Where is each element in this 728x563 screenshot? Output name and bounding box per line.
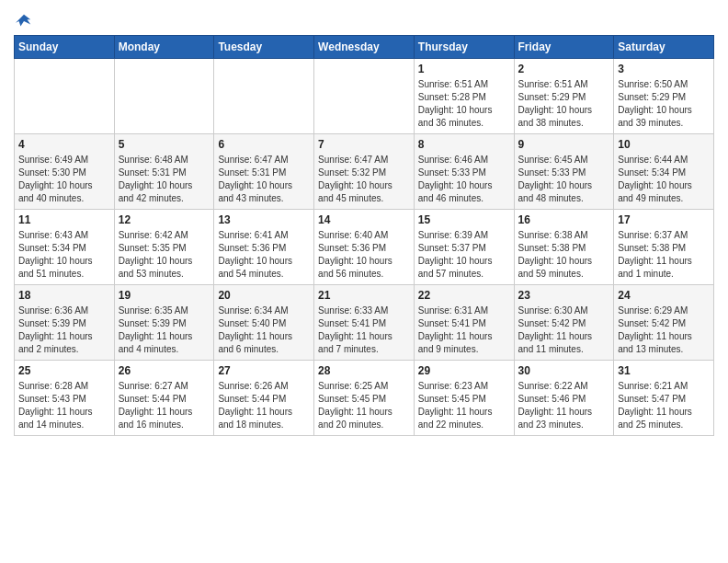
calendar-day-cell: 5Sunrise: 6:48 AMSunset: 5:31 PMDaylight… (114, 134, 214, 210)
calendar-day-cell: 6Sunrise: 6:47 AMSunset: 5:31 PMDaylight… (214, 134, 314, 210)
day-info: Sunrise: 6:21 AMSunset: 5:47 PMDaylight:… (618, 380, 710, 431)
day-info: Sunrise: 6:49 AMSunset: 5:30 PMDaylight:… (18, 154, 110, 205)
day-info: Sunrise: 6:29 AMSunset: 5:42 PMDaylight:… (618, 304, 710, 356)
day-number: 13 (218, 213, 310, 227)
calendar-day-cell: 18Sunrise: 6:36 AMSunset: 5:39 PMDayligh… (15, 285, 115, 361)
day-info: Sunrise: 6:51 AMSunset: 5:29 PMDaylight:… (518, 78, 610, 130)
calendar-day-cell: 17Sunrise: 6:37 AMSunset: 5:38 PMDayligh… (614, 210, 714, 285)
day-number: 27 (218, 363, 310, 378)
calendar-week-row: 18Sunrise: 6:36 AMSunset: 5:39 PMDayligh… (15, 285, 714, 361)
calendar-day-cell: 15Sunrise: 6:39 AMSunset: 5:37 PMDayligh… (414, 210, 514, 285)
calendar-week-row: 1Sunrise: 6:51 AMSunset: 5:28 PMDaylight… (15, 59, 714, 134)
day-info: Sunrise: 6:23 AMSunset: 5:45 PMDaylight:… (418, 380, 510, 431)
day-info: Sunrise: 6:27 AMSunset: 5:44 PMDaylight:… (119, 380, 210, 431)
calendar-day-cell: 20Sunrise: 6:34 AMSunset: 5:40 PMDayligh… (214, 285, 314, 361)
calendar-week-row: 25Sunrise: 6:28 AMSunset: 5:43 PMDayligh… (15, 361, 714, 436)
calendar-day-cell: 9Sunrise: 6:45 AMSunset: 5:33 PMDaylight… (514, 134, 614, 210)
calendar-day-cell: 11Sunrise: 6:43 AMSunset: 5:34 PMDayligh… (15, 210, 115, 285)
day-info: Sunrise: 6:46 AMSunset: 5:33 PMDaylight:… (418, 154, 510, 205)
day-info: Sunrise: 6:34 AMSunset: 5:40 PMDaylight:… (218, 304, 310, 356)
day-number: 9 (518, 137, 610, 152)
day-number: 21 (318, 288, 410, 303)
day-number: 29 (418, 363, 510, 378)
day-number: 19 (119, 288, 210, 303)
calendar-day-cell: 19Sunrise: 6:35 AMSunset: 5:39 PMDayligh… (114, 285, 214, 361)
calendar-day-cell: 1Sunrise: 6:51 AMSunset: 5:28 PMDaylight… (414, 59, 514, 134)
calendar-day-cell: 23Sunrise: 6:30 AMSunset: 5:42 PMDayligh… (514, 285, 614, 361)
calendar-day-cell: 31Sunrise: 6:21 AMSunset: 5:47 PMDayligh… (614, 361, 714, 436)
day-info: Sunrise: 6:30 AMSunset: 5:42 PMDaylight:… (518, 304, 610, 356)
logo (14, 13, 32, 29)
day-number: 7 (318, 137, 410, 152)
day-info: Sunrise: 6:22 AMSunset: 5:46 PMDaylight:… (518, 380, 610, 431)
day-info: Sunrise: 6:31 AMSunset: 5:41 PMDaylight:… (418, 304, 510, 356)
svg-marker-0 (16, 15, 30, 27)
day-number: 17 (618, 213, 710, 227)
day-info: Sunrise: 6:47 AMSunset: 5:31 PMDaylight:… (218, 154, 310, 205)
day-number: 15 (418, 213, 510, 227)
day-number: 3 (618, 62, 710, 76)
calendar-table: SundayMondayTuesdayWednesdayThursdayFrid… (14, 35, 714, 436)
day-info: Sunrise: 6:37 AMSunset: 5:38 PMDaylight:… (618, 229, 710, 281)
day-number: 12 (119, 213, 210, 227)
calendar-day-cell (114, 59, 214, 134)
day-info: Sunrise: 6:28 AMSunset: 5:43 PMDaylight:… (18, 380, 110, 431)
logo-bird-icon (16, 13, 32, 29)
calendar-day-cell: 28Sunrise: 6:25 AMSunset: 5:45 PMDayligh… (314, 361, 415, 436)
calendar-week-row: 4Sunrise: 6:49 AMSunset: 5:30 PMDaylight… (15, 134, 714, 210)
day-number: 22 (418, 288, 510, 303)
calendar-header-cell: Friday (514, 36, 614, 59)
day-info: Sunrise: 6:40 AMSunset: 5:36 PMDaylight:… (318, 229, 410, 281)
day-info: Sunrise: 6:41 AMSunset: 5:36 PMDaylight:… (218, 229, 310, 281)
calendar-day-cell: 2Sunrise: 6:51 AMSunset: 5:29 PMDaylight… (514, 59, 614, 134)
calendar-header-row: SundayMondayTuesdayWednesdayThursdayFrid… (15, 36, 714, 59)
calendar-header-cell: Thursday (414, 36, 514, 59)
day-info: Sunrise: 6:26 AMSunset: 5:44 PMDaylight:… (218, 380, 310, 431)
calendar-day-cell: 14Sunrise: 6:40 AMSunset: 5:36 PMDayligh… (314, 210, 415, 285)
day-number: 8 (418, 137, 510, 152)
calendar-day-cell: 22Sunrise: 6:31 AMSunset: 5:41 PMDayligh… (414, 285, 514, 361)
day-info: Sunrise: 6:35 AMSunset: 5:39 PMDaylight:… (119, 304, 210, 356)
day-info: Sunrise: 6:25 AMSunset: 5:45 PMDaylight:… (318, 380, 410, 431)
day-info: Sunrise: 6:50 AMSunset: 5:29 PMDaylight:… (618, 78, 710, 130)
calendar-day-cell: 8Sunrise: 6:46 AMSunset: 5:33 PMDaylight… (414, 134, 514, 210)
calendar-day-cell: 3Sunrise: 6:50 AMSunset: 5:29 PMDaylight… (614, 59, 714, 134)
calendar-header-cell: Monday (114, 36, 214, 59)
day-number: 24 (618, 288, 710, 303)
day-info: Sunrise: 6:39 AMSunset: 5:37 PMDaylight:… (418, 229, 510, 281)
day-number: 23 (518, 288, 610, 303)
day-number: 25 (18, 363, 110, 378)
day-info: Sunrise: 6:36 AMSunset: 5:39 PMDaylight:… (18, 304, 110, 356)
calendar-day-cell: 21Sunrise: 6:33 AMSunset: 5:41 PMDayligh… (314, 285, 415, 361)
calendar-day-cell: 10Sunrise: 6:44 AMSunset: 5:34 PMDayligh… (614, 134, 714, 210)
calendar-header-cell: Tuesday (214, 36, 314, 59)
day-number: 14 (318, 213, 410, 227)
calendar-day-cell (314, 59, 415, 134)
day-number: 2 (518, 62, 610, 76)
day-number: 20 (218, 288, 310, 303)
day-info: Sunrise: 6:45 AMSunset: 5:33 PMDaylight:… (518, 154, 610, 205)
day-info: Sunrise: 6:43 AMSunset: 5:34 PMDaylight:… (18, 229, 110, 281)
calendar-day-cell: 26Sunrise: 6:27 AMSunset: 5:44 PMDayligh… (114, 361, 214, 436)
calendar-day-cell: 4Sunrise: 6:49 AMSunset: 5:30 PMDaylight… (15, 134, 115, 210)
calendar-day-cell: 25Sunrise: 6:28 AMSunset: 5:43 PMDayligh… (15, 361, 115, 436)
day-number: 16 (518, 213, 610, 227)
day-number: 10 (618, 137, 710, 152)
calendar-day-cell: 16Sunrise: 6:38 AMSunset: 5:38 PMDayligh… (514, 210, 614, 285)
calendar-day-cell: 24Sunrise: 6:29 AMSunset: 5:42 PMDayligh… (614, 285, 714, 361)
day-number: 4 (18, 137, 110, 152)
day-number: 5 (119, 137, 210, 152)
calendar-day-cell: 13Sunrise: 6:41 AMSunset: 5:36 PMDayligh… (214, 210, 314, 285)
calendar-header-cell: Saturday (614, 36, 714, 59)
day-number: 11 (18, 213, 110, 227)
calendar-week-row: 11Sunrise: 6:43 AMSunset: 5:34 PMDayligh… (15, 210, 714, 285)
day-number: 18 (18, 288, 110, 303)
page: SundayMondayTuesdayWednesdayThursdayFrid… (0, 0, 728, 445)
day-info: Sunrise: 6:33 AMSunset: 5:41 PMDaylight:… (318, 304, 410, 356)
day-number: 26 (119, 363, 210, 378)
calendar-day-cell: 29Sunrise: 6:23 AMSunset: 5:45 PMDayligh… (414, 361, 514, 436)
day-info: Sunrise: 6:51 AMSunset: 5:28 PMDaylight:… (418, 78, 510, 130)
day-info: Sunrise: 6:47 AMSunset: 5:32 PMDaylight:… (318, 154, 410, 205)
calendar-header-cell: Wednesday (314, 36, 415, 59)
calendar-day-cell: 7Sunrise: 6:47 AMSunset: 5:32 PMDaylight… (314, 134, 415, 210)
